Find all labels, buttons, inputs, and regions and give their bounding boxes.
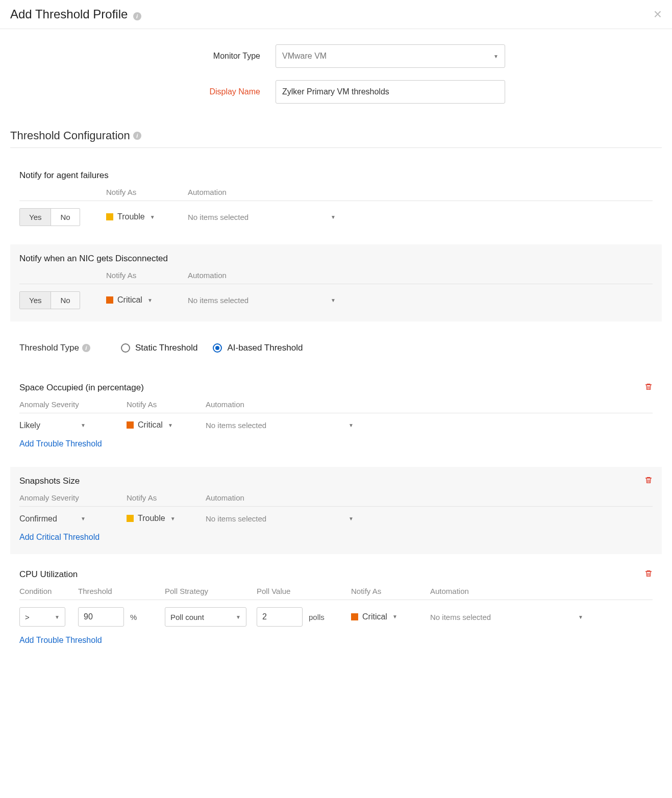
toggle-yes[interactable]: Yes	[20, 209, 51, 226]
col-condition: Condition	[19, 587, 78, 600]
anomaly-picker[interactable]: Likely ▼	[19, 421, 86, 430]
toggle-yes[interactable]: Yes	[20, 292, 51, 309]
notify-as-picker-wrap: Critical ▼	[127, 420, 206, 430]
condition-wrap: > ▼	[19, 607, 78, 627]
radio-icon	[121, 343, 130, 353]
chevron-down-icon: ▼	[578, 614, 583, 620]
toggle-no[interactable]: No	[51, 292, 79, 309]
select-condition[interactable]: > ▼	[19, 607, 65, 627]
info-icon[interactable]: i	[133, 132, 141, 140]
select-poll-strategy[interactable]: Poll count ▼	[165, 607, 246, 627]
toggle-no[interactable]: No	[51, 209, 79, 226]
col-anomaly: Anomaly Severity	[19, 400, 127, 413]
block-title: Snapshots Size	[19, 476, 653, 486]
threshold-wrap: %	[78, 607, 165, 627]
threshold-type-radios: Static Threshold AI-based Threshold	[121, 343, 303, 353]
chevron-down-icon: ▼	[55, 614, 60, 620]
chevron-down-icon: ▼	[392, 614, 397, 619]
anomaly-picker[interactable]: Confirmed ▼	[19, 514, 86, 523]
col-notify-as: Notify As	[127, 493, 206, 506]
poll-strategy-value: Poll count	[170, 613, 204, 621]
notify-as-picker[interactable]: Trouble ▼	[106, 212, 155, 221]
notify-as-picker[interactable]: Critical ▼	[106, 295, 153, 305]
severity-swatch-critical	[127, 421, 134, 429]
info-icon[interactable]: i	[133, 12, 141, 20]
poll-strategy-wrap: Poll count ▼	[165, 607, 257, 627]
col-automation: Automation	[188, 271, 336, 284]
delete-icon[interactable]	[644, 569, 653, 579]
automation-picker[interactable]: No items selected ▼	[206, 421, 354, 430]
chevron-down-icon: ▼	[147, 297, 153, 303]
modal-title: Add Threshold Profile	[10, 7, 128, 21]
close-icon[interactable]: ×	[654, 7, 662, 21]
row-display-name: Display Name	[10, 80, 662, 104]
chevron-down-icon: ▼	[168, 422, 173, 428]
automation-picker[interactable]: No items selected ▼	[206, 514, 354, 523]
info-icon[interactable]: i	[82, 344, 90, 352]
radio-static-threshold[interactable]: Static Threshold	[121, 343, 198, 353]
chevron-down-icon: ▼	[349, 516, 354, 521]
label-display-name: Display Name	[10, 87, 276, 96]
col-poll-value: Poll Value	[257, 587, 351, 600]
automation-picker[interactable]: No items selected ▼	[188, 296, 336, 305]
column-headers: Notify As Automation	[19, 271, 653, 284]
block-title: Notify for agent failures	[19, 170, 653, 181]
input-poll-value[interactable]	[257, 607, 303, 627]
link-add-trouble-threshold[interactable]: Add Trouble Threshold	[19, 439, 102, 448]
delete-icon[interactable]	[644, 383, 653, 392]
chevron-down-icon: ▼	[331, 297, 336, 303]
col-notify-as: Notify As	[127, 400, 206, 413]
radio-label: AI-based Threshold	[227, 343, 303, 353]
notify-as-picker-wrap: Trouble ▼	[106, 212, 188, 222]
col-notify-as: Notify As	[106, 271, 188, 284]
link-add-trouble-threshold[interactable]: Add Trouble Threshold	[19, 636, 102, 645]
input-display-name[interactable]	[276, 80, 505, 104]
section-threshold-config: Threshold Configuration i	[10, 129, 662, 148]
automation-value: No items selected	[206, 421, 266, 430]
col-automation: Automation	[188, 188, 336, 201]
poll-unit: polls	[309, 613, 325, 621]
column-headers: Anomaly Severity Notify As Automation	[19, 400, 653, 413]
notify-as-picker-wrap: Trouble ▼	[127, 514, 206, 523]
section-title: Threshold Configuration	[10, 129, 130, 142]
notify-as-picker-wrap: Critical ▼	[351, 612, 430, 622]
block-agent-failures: Notify for agent failures Notify As Auto…	[10, 161, 662, 238]
link-add-critical-threshold[interactable]: Add Critical Threshold	[19, 533, 99, 542]
threshold-type-text: Threshold Type	[19, 343, 79, 353]
col-poll-strategy: Poll Strategy	[165, 587, 257, 600]
delete-icon[interactable]	[644, 476, 653, 486]
anomaly-value: Likely	[19, 421, 40, 430]
column-headers: Notify As Automation	[19, 188, 653, 201]
col-notify-as: Notify As	[351, 587, 430, 600]
input-threshold[interactable]	[78, 607, 124, 627]
radio-ai-threshold[interactable]: AI-based Threshold	[213, 343, 303, 353]
anomaly-picker-wrap: Confirmed ▼	[19, 514, 127, 523]
col-notify-as: Notify As	[106, 188, 188, 201]
toggle-yes-no[interactable]: Yes No	[19, 208, 80, 226]
severity-swatch-trouble	[127, 515, 134, 522]
chevron-down-icon: ▼	[150, 214, 155, 220]
select-monitor-type[interactable]: VMware VM ▼	[276, 44, 505, 68]
notify-as-picker[interactable]: Critical ▼	[127, 420, 173, 430]
notify-as-value: Trouble	[117, 212, 145, 221]
chevron-down-icon: ▼	[331, 214, 336, 220]
value-row: Yes No Critical ▼ No items selected ▼	[19, 284, 653, 309]
chevron-down-icon: ▼	[236, 614, 241, 620]
severity-swatch-trouble	[106, 213, 113, 220]
automation-value: No items selected	[188, 213, 248, 221]
block-title: Space Occupied (in percentage)	[19, 383, 653, 393]
notify-as-picker[interactable]: Trouble ▼	[127, 514, 176, 523]
threshold-type-row: Threshold Type i Static Threshold AI-bas…	[10, 328, 662, 373]
automation-picker[interactable]: No items selected ▼	[188, 213, 336, 221]
automation-picker[interactable]: No items selected ▼	[430, 613, 583, 621]
yesno-wrap: Yes No	[19, 291, 106, 309]
block-cpu-utilization: CPU Utilization Condition Threshold Poll…	[10, 560, 662, 657]
automation-value: No items selected	[188, 296, 248, 305]
toggle-yes-no[interactable]: Yes No	[19, 291, 80, 309]
notify-as-picker[interactable]: Critical ▼	[351, 612, 397, 621]
chevron-down-icon: ▼	[170, 516, 176, 521]
yesno-wrap: Yes No	[19, 208, 106, 226]
row-monitor-type: Monitor Type VMware VM ▼	[10, 44, 662, 68]
value-row: > ▼ % Poll count ▼ polls	[19, 600, 653, 627]
block-nic-disconnected: Notify when an NIC gets Disconnected Not…	[10, 244, 662, 321]
